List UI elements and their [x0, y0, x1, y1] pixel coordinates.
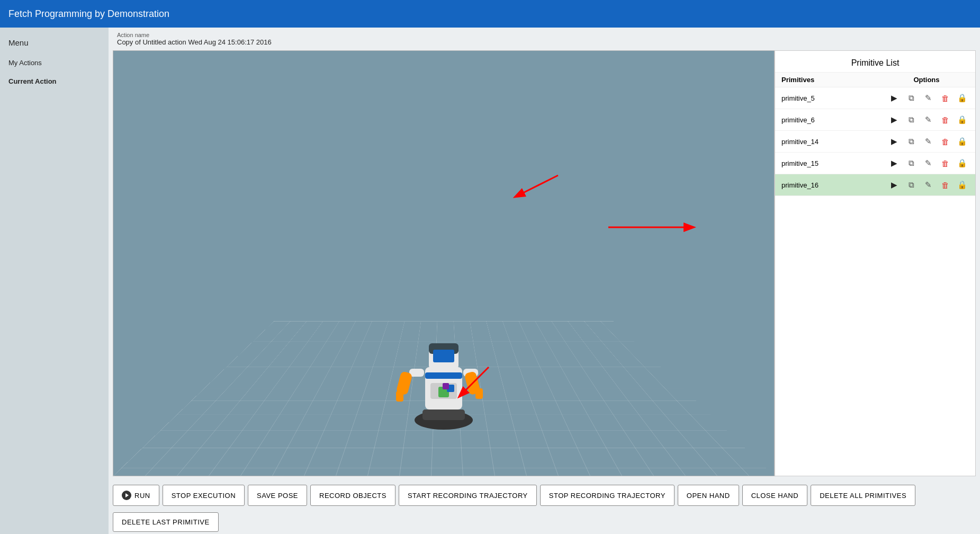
action-buttons-row: RUN STOP EXECUTION SAVE POSE RECORD OBJE… — [109, 480, 980, 534]
run-icon — [122, 491, 131, 500]
col-options-header: Options — [884, 76, 969, 84]
primitive-16-lock-btn[interactable]: 🔒 — [955, 178, 969, 192]
primitive-row-15: primitive_15 ▶ ⧉ ✎ 🗑 🔒 — [775, 153, 975, 174]
primitive-row-14: primitive_14 ▶ ⧉ ✎ 🗑 🔒 — [775, 131, 975, 153]
annotation-arrow-1 — [500, 173, 563, 206]
svg-rect-7 — [433, 350, 454, 362]
primitive-14-lock-btn[interactable]: 🔒 — [955, 135, 969, 148]
svg-line-18 — [516, 175, 558, 197]
primitive-list-panel: Primitive List Primitives Options primit… — [775, 50, 976, 476]
primitive-15-edit-btn[interactable]: ✎ — [921, 156, 935, 170]
primitive-16-delete-btn[interactable]: 🗑 — [938, 178, 952, 192]
primitive-14-copy-btn[interactable]: ⧉ — [904, 135, 918, 148]
primitive-6-name: primitive_6 — [781, 116, 884, 124]
save-pose-label: SAVE POSE — [257, 492, 298, 500]
primitive-row-6: primitive_6 ▶ ⧉ ✎ 🗑 🔒 — [775, 109, 975, 131]
sidebar-menu-label: Menu — [0, 32, 109, 54]
sidebar-item-my-actions[interactable]: My Actions — [0, 54, 109, 72]
primitive-6-copy-btn[interactable]: ⧉ — [904, 113, 918, 127]
action-name-label: Action name — [117, 32, 972, 38]
record-objects-label: RECORD OBJECTS — [319, 492, 386, 500]
action-name-area: Action name Copy of Untitled action Wed … — [109, 28, 980, 50]
primitive-15-name: primitive_15 — [781, 159, 884, 167]
primitive-15-actions: ▶ ⧉ ✎ 🗑 🔒 — [884, 156, 969, 170]
main-layout: Menu My Actions Current Action Action na… — [0, 28, 980, 534]
primitive-6-lock-btn[interactable]: 🔒 — [955, 113, 969, 127]
primitive-14-actions: ▶ ⧉ ✎ 🗑 🔒 — [884, 135, 969, 148]
close-hand-button[interactable]: CLOSE HAND — [742, 485, 808, 506]
primitive-5-lock-btn[interactable]: 🔒 — [955, 91, 969, 105]
3d-viewport[interactable] — [113, 50, 775, 476]
primitive-6-play-btn[interactable]: ▶ — [887, 113, 901, 127]
sidebar-item-current-action[interactable]: Current Action — [0, 72, 109, 91]
stop-execution-label: STOP EXECUTION — [172, 492, 236, 500]
primitive-6-edit-btn[interactable]: ✎ — [921, 113, 935, 127]
primitive-5-delete-btn[interactable]: 🗑 — [938, 91, 952, 105]
primitive-list-title: Primitive List — [775, 51, 975, 73]
primitive-14-play-btn[interactable]: ▶ — [887, 135, 901, 148]
primitive-16-play-btn[interactable]: ▶ — [887, 178, 901, 192]
primitive-5-name: primitive_5 — [781, 94, 884, 102]
stop-recording-trajectory-label: STOP RECORDING TRAJECTORY — [549, 492, 666, 500]
delete-all-primitives-label: DELETE ALL PRIMITIVES — [820, 492, 906, 500]
run-label: RUN — [134, 492, 150, 500]
viewport-row: Primitive List Primitives Options primit… — [109, 50, 980, 480]
start-recording-trajectory-button[interactable]: START RECORDING TRAJECTORY — [399, 485, 537, 506]
save-pose-button[interactable]: SAVE POSE — [248, 485, 307, 506]
start-recording-trajectory-label: START RECORDING TRAJECTORY — [408, 492, 528, 500]
primitive-15-delete-btn[interactable]: 🗑 — [938, 156, 952, 170]
svg-rect-12 — [396, 391, 403, 402]
topbar: Fetch Programming by Demonstration — [0, 0, 980, 28]
action-name-value: Copy of Untitled action Wed Aug 24 15:06… — [117, 38, 972, 46]
app-title: Fetch Programming by Demonstration — [8, 8, 169, 20]
open-hand-label: OPEN HAND — [687, 492, 730, 500]
stop-execution-button[interactable]: STOP EXECUTION — [163, 485, 245, 506]
primitive-14-delete-btn[interactable]: 🗑 — [938, 135, 952, 148]
primitive-6-delete-btn[interactable]: 🗑 — [938, 113, 952, 127]
close-hand-label: CLOSE HAND — [751, 492, 799, 500]
primitive-15-lock-btn[interactable]: 🔒 — [955, 156, 969, 170]
primitive-row-16: primitive_16 ▶ ⧉ ✎ 🗑 🔒 — [775, 174, 975, 196]
primitive-5-copy-btn[interactable]: ⧉ — [904, 91, 918, 105]
svg-rect-1 — [422, 410, 465, 420]
delete-last-primitive-button[interactable]: DELETE LAST PRIMITIVE — [113, 512, 219, 532]
robot-container — [385, 285, 502, 433]
primitive-5-actions: ▶ ⧉ ✎ 🗑 🔒 — [884, 91, 969, 105]
primitive-14-name: primitive_14 — [781, 138, 884, 146]
content-area: Action name Copy of Untitled action Wed … — [109, 28, 980, 534]
primitive-16-name: primitive_16 — [781, 181, 884, 189]
delete-all-primitives-button[interactable]: DELETE ALL PRIMITIVES — [811, 485, 915, 506]
run-button[interactable]: RUN — [113, 485, 159, 506]
col-primitives-header: Primitives — [781, 76, 884, 84]
stop-recording-trajectory-button[interactable]: STOP RECORDING TRAJECTORY — [540, 485, 675, 506]
primitive-15-copy-btn[interactable]: ⧉ — [904, 156, 918, 170]
sidebar: Menu My Actions Current Action — [0, 28, 109, 534]
svg-rect-13 — [475, 388, 483, 399]
primitive-5-play-btn[interactable]: ▶ — [887, 91, 901, 105]
delete-last-primitive-label: DELETE LAST PRIMITIVE — [122, 518, 210, 526]
primitive-14-edit-btn[interactable]: ✎ — [921, 135, 935, 148]
primitive-6-actions: ▶ ⧉ ✎ 🗑 🔒 — [884, 113, 969, 127]
primitive-list-columns: Primitives Options — [775, 73, 975, 87]
open-hand-button[interactable]: OPEN HAND — [678, 485, 739, 506]
primitive-16-copy-btn[interactable]: ⧉ — [904, 178, 918, 192]
record-objects-button[interactable]: RECORD OBJECTS — [310, 485, 395, 506]
robot-svg — [385, 285, 502, 433]
primitive-row-5: primitive_5 ▶ ⧉ ✎ 🗑 🔒 — [775, 87, 975, 109]
svg-rect-16 — [443, 383, 449, 389]
primitive-5-edit-btn[interactable]: ✎ — [921, 91, 935, 105]
annotation-arrow-2 — [606, 219, 701, 237]
primitive-16-edit-btn[interactable]: ✎ — [921, 178, 935, 192]
primitive-15-play-btn[interactable]: ▶ — [887, 156, 901, 170]
primitive-16-actions: ▶ ⧉ ✎ 🗑 🔒 — [884, 178, 969, 192]
svg-rect-3 — [425, 372, 462, 379]
